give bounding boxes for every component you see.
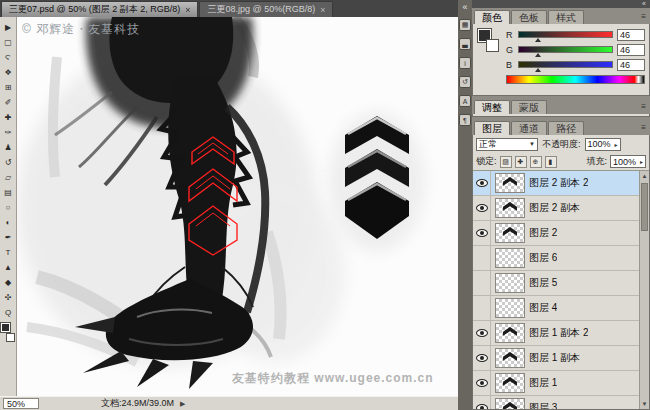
zoom-level-field[interactable]: 50% <box>3 398 39 409</box>
scrollbar-thumb[interactable] <box>641 183 648 231</box>
blue-channel-value-field[interactable]: 46 <box>617 59 645 71</box>
layer-visibility-toggle[interactable] <box>473 171 491 195</box>
panel-menu-icon[interactable]: ≡ <box>641 102 646 111</box>
history-icon[interactable]: ↺ <box>459 76 471 88</box>
history-brush-tool[interactable]: ↺ <box>1 155 16 170</box>
color-spectrum-bar[interactable] <box>506 75 645 84</box>
layer-row[interactable]: 图层 1 副本 <box>473 346 639 371</box>
layer-thumbnail[interactable] <box>495 373 525 393</box>
document-tab-active[interactable]: 三更07.psd @ 50% (图层 2 副本 2, RGB/8) × <box>1 1 198 17</box>
fill-field[interactable]: 100% ▸ <box>610 155 646 168</box>
crop-tool[interactable]: ⊞ <box>1 80 16 95</box>
close-icon[interactable]: × <box>185 5 190 15</box>
slider-marker-icon[interactable] <box>535 38 541 42</box>
quick-selection-tool[interactable]: ❖ <box>1 65 16 80</box>
navigator-icon[interactable]: ▦ <box>459 19 471 31</box>
background-color-swatch[interactable] <box>6 333 15 342</box>
tab-swatches[interactable]: 色板 <box>511 10 547 24</box>
layer-thumbnail[interactable] <box>495 398 525 409</box>
lock-all-icon[interactable]: ▮ <box>545 156 557 168</box>
move-tool[interactable]: ▶ <box>1 20 16 35</box>
tab-masks[interactable]: 蒙版 <box>511 100 547 114</box>
panel-menu-icon[interactable]: ≡ <box>641 123 646 132</box>
histogram-icon[interactable]: ▃ <box>459 38 471 50</box>
zoom-tool[interactable]: Q <box>1 305 16 320</box>
type-tool[interactable]: T <box>1 245 16 260</box>
lock-pixels-icon[interactable]: ✚ <box>515 156 527 168</box>
layer-visibility-toggle[interactable] <box>473 221 491 245</box>
tab-channels[interactable]: 通道 <box>511 121 547 135</box>
foreground-color-swatch[interactable] <box>1 323 10 332</box>
tab-paths[interactable]: 路径 <box>548 121 584 135</box>
green-channel-slider[interactable] <box>518 46 613 53</box>
tab-styles[interactable]: 样式 <box>548 10 584 24</box>
layer-row[interactable]: 图层 2 <box>473 221 639 246</box>
layer-thumbnail[interactable] <box>495 298 525 318</box>
background-color-swatch[interactable] <box>486 39 499 52</box>
lock-transparency-icon[interactable]: ▨ <box>500 156 512 168</box>
layer-visibility-toggle[interactable] <box>473 196 491 220</box>
clone-stamp-tool[interactable]: ♟ <box>1 140 16 155</box>
tab-layers[interactable]: 图层 <box>474 121 510 135</box>
lock-position-icon[interactable]: ⊕ <box>530 156 542 168</box>
panel-menu-icon[interactable]: ≡ <box>641 12 646 21</box>
status-popup-arrow-icon[interactable]: ▶ <box>180 400 185 408</box>
shape-tool[interactable]: ◆ <box>1 275 16 290</box>
document-tab-inactive[interactable]: 三更08.jpg @ 50%(RGB/8) × <box>199 1 333 17</box>
info-icon[interactable]: i <box>459 57 471 69</box>
layer-visibility-toggle[interactable] <box>473 321 491 345</box>
layer-thumbnail[interactable] <box>495 198 525 218</box>
brush-tool[interactable]: ✑ <box>1 125 16 140</box>
layer-row[interactable]: 图层 4 <box>473 296 639 321</box>
layer-visibility-toggle[interactable] <box>473 346 491 370</box>
blend-mode-select[interactable]: 正常 ▼ <box>476 138 538 151</box>
slider-marker-icon[interactable] <box>535 68 541 72</box>
layer-thumbnail[interactable] <box>495 323 525 343</box>
scroll-up-icon[interactable]: ▲ <box>642 171 648 181</box>
tab-color[interactable]: 颜色 <box>474 10 510 24</box>
layer-row[interactable]: 图层 6 <box>473 246 639 271</box>
green-channel-value-field[interactable]: 46 <box>617 44 645 56</box>
layer-visibility-toggle[interactable] <box>473 246 491 270</box>
blue-channel-slider[interactable] <box>518 61 613 68</box>
layer-visibility-toggle[interactable] <box>473 296 491 320</box>
eraser-tool[interactable]: ▱ <box>1 170 16 185</box>
layer-thumbnail[interactable] <box>495 273 525 293</box>
path-selection-tool[interactable]: ▲ <box>1 260 16 275</box>
layer-visibility-toggle[interactable] <box>473 271 491 295</box>
layers-scrollbar[interactable]: ▲ ▼ <box>639 171 649 409</box>
dodge-tool[interactable]: ◐ <box>1 215 16 230</box>
healing-brush-tool[interactable]: ✚ <box>1 110 16 125</box>
layer-thumbnail[interactable] <box>495 348 525 368</box>
eyedropper-tool[interactable]: ✐ <box>1 95 16 110</box>
gradient-tool[interactable]: ▤ <box>1 185 16 200</box>
scrollbar-track[interactable] <box>640 181 649 399</box>
collapse-panels-icon[interactable]: « <box>642 0 646 7</box>
color-swatch-widget[interactable] <box>0 323 16 343</box>
canvas-area[interactable]: © 邓辉途・友基科技 友基特约教程 www.ugee.com.cn <box>17 17 458 396</box>
layer-row[interactable]: 图层 2 副本 <box>473 196 639 221</box>
character-icon[interactable]: A <box>459 95 471 107</box>
hand-tool[interactable]: ✣ <box>1 290 16 305</box>
layer-thumbnail[interactable] <box>495 223 525 243</box>
layer-thumbnail[interactable] <box>495 248 525 268</box>
layer-row[interactable]: 图层 3 <box>473 396 639 409</box>
layer-row[interactable]: 图层 1 副本 2 <box>473 321 639 346</box>
slider-marker-icon[interactable] <box>535 53 541 57</box>
blur-tool[interactable]: ○ <box>1 200 16 215</box>
opacity-field[interactable]: 100% ▸ <box>585 138 621 151</box>
layer-row[interactable]: 图层 2 副本 2 <box>473 171 639 196</box>
close-icon[interactable]: × <box>320 5 325 15</box>
paragraph-icon[interactable]: ¶ <box>459 114 471 126</box>
color-panel-swatch-widget[interactable] <box>477 28 501 54</box>
lasso-tool[interactable]: Ϛ <box>1 50 16 65</box>
tab-adjustments[interactable]: 调整 <box>474 100 510 114</box>
layer-row[interactable]: 图层 1 <box>473 371 639 396</box>
pen-tool[interactable]: ✒ <box>1 230 16 245</box>
layer-thumbnail[interactable] <box>495 173 525 193</box>
scroll-down-icon[interactable]: ▼ <box>642 399 648 409</box>
layer-row[interactable]: 图层 5 <box>473 271 639 296</box>
red-channel-slider[interactable] <box>518 31 613 38</box>
red-channel-value-field[interactable]: 46 <box>617 29 645 41</box>
layer-visibility-toggle[interactable] <box>473 396 491 409</box>
